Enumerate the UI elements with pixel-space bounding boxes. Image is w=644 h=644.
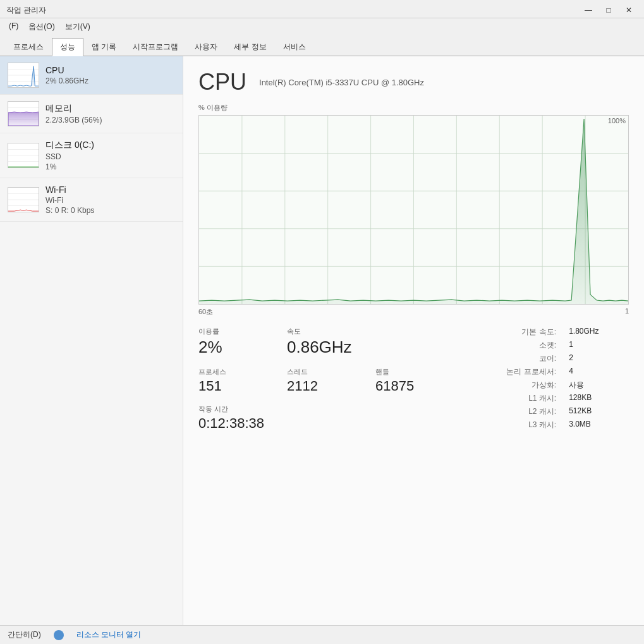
core-key: 코어:	[477, 353, 556, 364]
menu-bar: (F) 옵션(O) 보기(V)	[0, 18, 644, 35]
uptime-label: 작동 시간	[198, 404, 264, 414]
l2-val: 512KB	[569, 406, 629, 417]
cpu-chart-svg	[199, 116, 628, 304]
socket-val: 1	[569, 340, 629, 351]
maximize-button[interactable]: □	[600, 4, 617, 16]
memory-mini-chart	[8, 101, 39, 126]
l3-key: L3 캐시:	[477, 420, 556, 430]
chart-y-label: % 이용량	[198, 103, 629, 112]
sidebar-wifi-line1: Wi-Fi	[46, 196, 175, 205]
tab-users[interactable]: 사용자	[186, 38, 226, 56]
sidebar-item-disk[interactable]: 디스크 0(C:) SSD 1%	[0, 133, 183, 178]
right-info: 기본 속도: 1.80GHz 소켓: 1 코어: 2 논리 프로세서: 4 가상…	[477, 327, 629, 442]
panel-subtitle: Intel(R) Core(TM) i5-3337U CPU @ 1.80GHz	[259, 78, 424, 87]
sidebar-disk-line1: SSD	[46, 152, 175, 161]
l3-val: 3.0MB	[569, 420, 629, 430]
collapse-button[interactable]: 간단히(D)	[8, 629, 41, 640]
menu-options[interactable]: 옵션(O)	[25, 20, 58, 34]
sidebar-item-wifi[interactable]: Wi-Fi Wi-Fi S: 0 R: 0 Kbps	[0, 178, 183, 222]
sidebar-disk-line2: 1%	[46, 162, 175, 171]
tab-details[interactable]: 세부 정보	[226, 38, 274, 56]
sidebar-item-memory[interactable]: 메모리 2.2/3.9GB (56%)	[0, 95, 183, 133]
socket-key: 소켓:	[477, 340, 556, 351]
handle-value: 61875	[375, 378, 439, 394]
stat-speed: 속도 0.86GHz	[287, 327, 352, 357]
chart-bottom-labels: 60초 1	[198, 307, 629, 317]
l1-val: 128KB	[569, 393, 629, 404]
main-panel: CPU Intel(R) Core(TM) i5-3337U CPU @ 1.8…	[183, 56, 644, 625]
virt-key: 가상화:	[477, 380, 556, 391]
l1-key: L1 캐시:	[477, 393, 556, 404]
tab-startup[interactable]: 시작프로그램	[125, 38, 186, 56]
stat-handle: 핸들 61875	[375, 367, 439, 394]
sidebar-cpu-info: CPU 2% 0.86GHz	[46, 65, 175, 85]
tab-app-history[interactable]: 앱 기록	[83, 38, 125, 56]
menu-view[interactable]: 보기(V)	[61, 20, 94, 34]
l2-key: L2 캐시:	[477, 406, 556, 417]
sidebar-memory-title: 메모리	[46, 103, 175, 114]
logical-val: 4	[569, 367, 629, 377]
disk-mini-chart	[8, 143, 39, 168]
panel-header: CPU Intel(R) Core(TM) i5-3337U CPU @ 1.8…	[198, 69, 629, 95]
resource-monitor-link[interactable]: 리소스 모니터 열기	[76, 629, 142, 640]
stat-process: 프로세스 151	[198, 367, 262, 394]
stat-thread: 스레드 2112	[287, 367, 350, 394]
process-value: 151	[198, 378, 262, 394]
panel-title: CPU	[198, 69, 246, 95]
title-bar-controls: — □ ✕	[580, 4, 638, 16]
base-speed-key: 기본 속도:	[477, 327, 556, 337]
stats-row-3: 작동 시간 0:12:38:38	[198, 404, 439, 432]
minimize-button[interactable]: —	[580, 4, 597, 16]
menu-file[interactable]: (F)	[5, 20, 22, 34]
cpu-mini-chart	[8, 63, 39, 88]
close-button[interactable]: ✕	[620, 4, 638, 16]
bottom-bar: 간단히(D) 리소스 모니터 열기	[0, 625, 644, 644]
usage-value: 2%	[198, 337, 262, 357]
svg-marker-6	[8, 112, 39, 126]
chart-time-label: 60초	[198, 307, 213, 317]
info-table: 기본 속도: 1.80GHz 소켓: 1 코어: 2 논리 프로세서: 4 가상…	[477, 327, 629, 430]
stat-uptime: 작동 시간 0:12:38:38	[198, 404, 264, 432]
cpu-usage-chart: 100%	[198, 115, 629, 305]
svg-marker-10	[8, 167, 39, 167]
task-manager-window: 작업 관리자 — □ ✕ (F) 옵션(O) 보기(V) 프로세스 성능 앱 기…	[0, 0, 644, 644]
tab-performance[interactable]: 성능	[52, 38, 83, 56]
process-label: 프로세스	[198, 367, 262, 377]
resource-monitor-icon	[54, 630, 64, 640]
uptime-value: 0:12:38:38	[198, 415, 264, 432]
stats-row-2: 프로세스 151 스레드 2112 핸들 61875	[198, 367, 439, 394]
tab-services[interactable]: 서비스	[275, 38, 314, 56]
sidebar-cpu-subtitle: 2% 0.86GHz	[46, 76, 175, 85]
sidebar-memory-info: 메모리 2.2/3.9GB (56%)	[46, 103, 175, 125]
sidebar-disk-title: 디스크 0(C:)	[46, 140, 175, 151]
tab-process[interactable]: 프로세스	[5, 38, 52, 56]
chart-max-label: 100%	[608, 117, 626, 125]
chart-right-label: 1	[625, 307, 629, 317]
sidebar-wifi-line2: S: 0 R: 0 Kbps	[46, 206, 175, 215]
sidebar: CPU 2% 0.86GHz	[0, 56, 183, 625]
speed-value: 0.86GHz	[287, 337, 352, 357]
sidebar-item-cpu[interactable]: CPU 2% 0.86GHz	[0, 56, 183, 95]
sidebar-disk-info: 디스크 0(C:) SSD 1%	[46, 140, 175, 171]
logical-key: 논리 프로세서:	[477, 367, 556, 377]
sidebar-cpu-title: CPU	[46, 65, 175, 75]
stat-usage: 이용률 2%	[198, 327, 262, 357]
sidebar-wifi-title: Wi-Fi	[46, 185, 175, 195]
title-bar: 작업 관리자 — □ ✕	[0, 0, 644, 18]
base-speed-val: 1.80GHz	[569, 327, 629, 337]
thread-label: 스레드	[287, 367, 350, 377]
window-title: 작업 관리자	[6, 5, 46, 16]
bottom-stats: 이용률 2% 속도 0.86GHz 프로세스 151	[198, 327, 629, 442]
thread-value: 2112	[287, 378, 350, 394]
sidebar-memory-subtitle: 2.2/3.9GB (56%)	[46, 116, 175, 125]
virt-val: 사용	[569, 380, 629, 391]
core-val: 2	[569, 353, 629, 364]
left-stats: 이용률 2% 속도 0.86GHz 프로세스 151	[198, 327, 439, 442]
speed-label: 속도	[287, 327, 352, 336]
wifi-mini-chart	[8, 187, 39, 212]
sidebar-wifi-info: Wi-Fi Wi-Fi S: 0 R: 0 Kbps	[46, 185, 175, 215]
handle-label: 핸들	[375, 367, 439, 377]
usage-label: 이용률	[198, 327, 262, 336]
content-area: CPU 2% 0.86GHz	[0, 56, 644, 625]
stats-row-1: 이용률 2% 속도 0.86GHz	[198, 327, 439, 357]
